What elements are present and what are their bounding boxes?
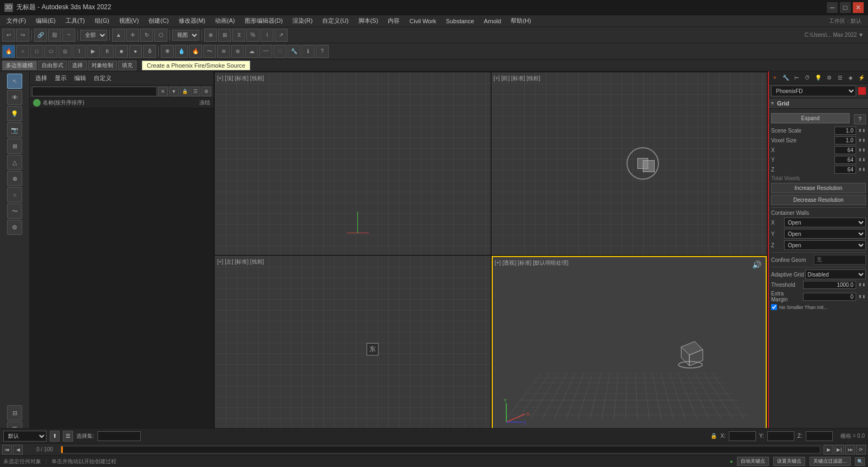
move-button[interactable]: ✛ (126, 29, 139, 42)
fluid-btn[interactable]: 💧 (175, 45, 188, 58)
timeline-track[interactable] (61, 446, 820, 453)
redo-button[interactable]: ↪ (16, 29, 29, 42)
extra-margin-spinner[interactable]: ⬆⬇ (858, 294, 866, 299)
voxel-size-spinner[interactable]: ⬆⬇ (858, 138, 866, 143)
menu-modifiers[interactable]: 修改器(M) (174, 16, 210, 26)
menu-graph-editor[interactable]: 图形编辑器(D) (240, 16, 287, 26)
wave-btn[interactable]: 〰 (259, 45, 272, 58)
next-frame-btn[interactable]: ▶| (834, 445, 844, 455)
subtab-fill[interactable]: 填充 (118, 61, 136, 70)
scale-button[interactable]: ⬡ (154, 29, 167, 42)
menu-substance[interactable]: Substance (442, 17, 479, 25)
sidebar-light-icon[interactable]: 💡 (7, 106, 22, 121)
grid-section-header[interactable]: ▼ Grid (769, 98, 868, 109)
go-start-btn[interactable]: ⏮ (2, 445, 12, 455)
rotate-button[interactable]: ↻ (140, 29, 153, 42)
scene-lock-btn[interactable]: 🔒 (180, 87, 190, 96)
loop-btn[interactable]: ⟳ (856, 445, 866, 455)
x-spinner[interactable]: ⬆⬇ (858, 148, 866, 153)
select-set-input[interactable] (97, 431, 141, 441)
minimize-button[interactable]: ─ (827, 2, 838, 13)
phoenix-icon[interactable]: 🔥 (2, 45, 15, 58)
layer-up-btn[interactable]: ⬆ (50, 431, 60, 442)
container-z-dropdown[interactable]: Open (784, 240, 866, 250)
align-btn[interactable]: % (246, 29, 259, 42)
adaptive-grid-dropdown[interactable]: Disabled (805, 269, 866, 279)
scene-filter-btn[interactable]: ▼ (169, 87, 179, 96)
menu-edit[interactable]: 编辑(E) (31, 16, 60, 26)
particle-btn[interactable]: ❋ (161, 45, 174, 58)
foam-btn[interactable]: ≋ (217, 45, 230, 58)
search-btn[interactable]: 🔍 (855, 457, 865, 466)
menu-view[interactable]: 视图(V) (115, 16, 143, 26)
sidebar-spacewarp-icon[interactable]: 〜 (7, 203, 22, 219)
subtab-freeform[interactable]: 自由形式 (38, 61, 67, 70)
panel-tab-create[interactable]: + (770, 73, 780, 82)
menu-file[interactable]: 文件(F) (2, 16, 30, 26)
z-spinner[interactable]: ⬆⬇ (858, 167, 866, 172)
y-spinner[interactable]: ⬆⬇ (858, 157, 866, 162)
panel-tab-motion[interactable]: ⏱ (802, 73, 812, 82)
scene-layers-btn[interactable]: ☰ (191, 87, 200, 96)
view-dropdown[interactable]: 视图 (172, 30, 199, 41)
scene-scale-value[interactable]: 1.0 (834, 127, 856, 135)
subtab-select[interactable]: 选择 (68, 61, 87, 70)
sidebar-shape-icon[interactable]: △ (7, 155, 22, 170)
scene-tab-select[interactable]: 选择 (33, 73, 49, 83)
select-button[interactable]: ▲ (112, 29, 125, 42)
panel-tab-utilities[interactable]: ⚙ (824, 73, 834, 82)
viewport-left[interactable]: [+] [左] [标准] [线框] 东 (215, 256, 491, 438)
z-coord-input[interactable] (806, 431, 833, 441)
pause-btn[interactable]: ⏸ (101, 45, 114, 58)
menu-animation[interactable]: 动画(A) (211, 16, 239, 26)
close-button[interactable]: ✕ (853, 2, 864, 13)
help-icon-btn[interactable]: ? (316, 45, 329, 58)
threshold-value[interactable]: 1000.0 (803, 281, 856, 289)
menu-content[interactable]: 内容 (383, 16, 404, 26)
scene-search-input[interactable] (32, 87, 157, 96)
box-btn[interactable]: □ (30, 45, 43, 58)
grid-help-button[interactable]: ? (854, 114, 866, 124)
scatter-btn[interactable]: ∷ (273, 45, 286, 58)
snap-btn[interactable]: ⊕ (204, 29, 217, 42)
threshold-spinner[interactable]: ⬆⬇ (858, 282, 866, 287)
menu-scripting[interactable]: 脚本(S) (354, 16, 383, 26)
sidebar-helper-icon[interactable]: ⊞ (7, 139, 22, 154)
menu-arnold[interactable]: Arnold (480, 17, 506, 25)
menu-customize[interactable]: 自定义(U) (318, 16, 353, 26)
sidebar-display-icon[interactable]: 👁 (7, 90, 22, 105)
viewport-top[interactable]: [+] [顶] [标准] [线框] (215, 73, 491, 255)
cylinder-btn[interactable]: ⬭ (44, 45, 57, 58)
scene-tab-display[interactable]: 显示 (53, 73, 69, 83)
y-coord-input[interactable] (767, 431, 794, 441)
menu-group[interactable]: 组(G) (90, 16, 114, 26)
z-value[interactable]: 64 (834, 166, 856, 174)
layer-icon-btn[interactable]: ☰ (63, 431, 73, 442)
scene-settings-btn[interactable]: ⚙ (201, 87, 211, 96)
torus-btn[interactable]: ◎ (58, 45, 71, 58)
sidebar-compound-icon[interactable]: ⊕ (7, 171, 22, 186)
container-x-dropdown[interactable]: Open (784, 218, 866, 227)
menu-help[interactable]: 帮助(H) (506, 16, 535, 26)
auto-key-button[interactable]: 自动关键点 (737, 457, 769, 466)
y-value[interactable]: 64 (834, 156, 856, 164)
scene-scale-spinner[interactable]: ⬆⬇ (858, 128, 866, 133)
expand-button[interactable]: Expand (771, 113, 850, 123)
line-btn[interactable]: ⌇ (73, 45, 86, 58)
snap2d-btn[interactable]: ⊞ (218, 29, 231, 42)
set-key-button[interactable]: 设置关键点 (773, 457, 805, 466)
menu-create[interactable]: 创建(C) (144, 16, 173, 26)
subtab-modeling[interactable]: 多边形建模 (2, 61, 37, 70)
layer-dropdown[interactable]: 默认 (3, 431, 47, 442)
curve-btn[interactable]: ⌇ (260, 29, 273, 42)
play-btn[interactable]: ▶ (87, 45, 100, 58)
tools-btn2[interactable]: 🔧 (288, 45, 301, 58)
menu-tools[interactable]: 工具(T) (61, 16, 89, 26)
container-y-dropdown[interactable]: Open (784, 229, 866, 239)
panel-tab-extra3[interactable]: ⚡ (857, 73, 866, 82)
panel-tab-extra2[interactable]: ◈ (846, 73, 856, 82)
wind-btn[interactable]: 〜 (203, 45, 216, 58)
scene-tab-edit[interactable]: 编辑 (72, 73, 88, 83)
path-btn[interactable]: ⛢ (143, 45, 156, 58)
undo-button[interactable]: ↩ (2, 29, 15, 42)
